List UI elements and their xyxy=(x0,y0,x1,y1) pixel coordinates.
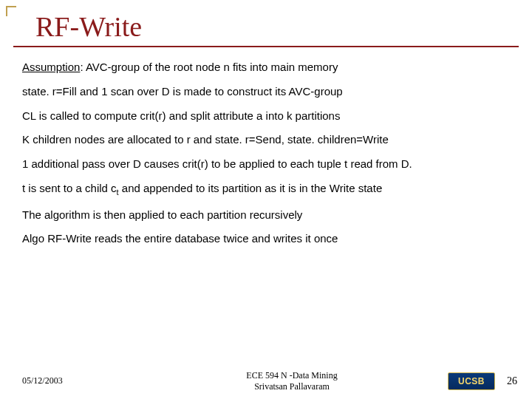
paragraph-5: 1 additional pass over D causes crit(r) … xyxy=(22,157,510,171)
paragraph-3: CL is called to compute crit(r) and spli… xyxy=(22,109,510,123)
paragraph-7: The algorithm is then applied to each pa… xyxy=(22,208,510,222)
footer-author: Srivatsan Pallavaram xyxy=(170,381,414,392)
paragraph-6: t is sent to a child ct and appended to … xyxy=(22,182,510,198)
paragraph-1: Assumption: AVC-group of the root node n… xyxy=(22,61,510,75)
title-container: RF-Write xyxy=(13,0,519,47)
paragraph-6a: t is sent to a child c xyxy=(22,182,117,194)
footer-date: 05/12/2003 xyxy=(22,375,170,386)
footer: 05/12/2003 ECE 594 N -Data Mining Srivat… xyxy=(0,370,532,392)
paragraph-1-rest: : AVC-group of the root node n fits into… xyxy=(80,61,338,73)
corner-decoration xyxy=(6,6,16,16)
footer-right: UCSB 26 xyxy=(414,372,532,390)
content-area: Assumption: AVC-group of the root node n… xyxy=(0,47,532,246)
paragraph-8: Algo RF-Write reads the entire database … xyxy=(22,232,510,246)
paragraph-4: K children nodes are allocated to r and … xyxy=(22,133,510,147)
assumption-label: Assumption xyxy=(22,61,80,73)
ucsb-logo: UCSB xyxy=(448,372,495,390)
footer-center: ECE 594 N -Data Mining Srivatsan Pallava… xyxy=(170,370,414,392)
page-number: 26 xyxy=(507,375,517,387)
slide-title: RF-Write xyxy=(35,10,519,43)
footer-course: ECE 594 N -Data Mining xyxy=(170,370,414,381)
paragraph-6b: and appended to its partition as it is i… xyxy=(119,182,383,194)
paragraph-2: state. r=Fill and 1 scan over D is made … xyxy=(22,85,510,99)
